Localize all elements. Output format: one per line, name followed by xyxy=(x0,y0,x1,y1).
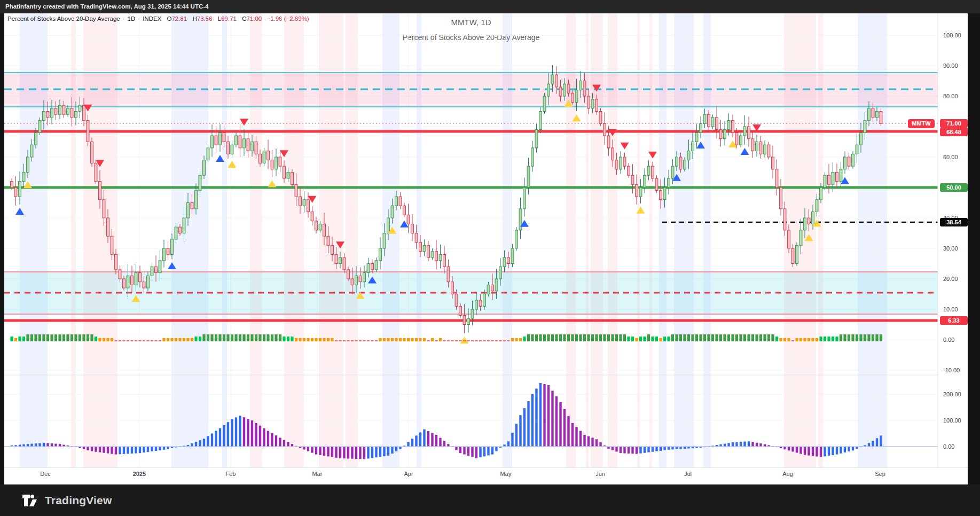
time-axis-label-Dec: Dec xyxy=(34,471,57,477)
price-axis-label: 30.00 xyxy=(943,245,958,252)
time-axis-label-Apr: Apr xyxy=(397,471,420,477)
blue-up-triangle-icon xyxy=(741,148,749,155)
footer-bar: TradingView xyxy=(0,484,980,516)
price-badge-38.54: 38.54 xyxy=(940,218,968,226)
high-label: H xyxy=(192,15,197,22)
red-down-triangle-icon xyxy=(240,119,248,126)
symbol-legend[interactable]: Percent of Stocks Above 20-Day Average·1… xyxy=(7,15,309,22)
tradingview-logo-text[interactable]: TradingView xyxy=(45,494,112,507)
price-axis-label: 100.00 xyxy=(943,32,961,39)
time-axis-label-Aug: Aug xyxy=(776,471,799,477)
price-axis-label: 0.00 xyxy=(943,443,954,450)
price-chart-canvas[interactable] xyxy=(4,13,968,484)
change-value: −1.96 (−2.69%) xyxy=(266,15,309,22)
yellow-up-triangle-icon xyxy=(228,161,237,168)
tradingview-screenshot: Phatinfantry created with TradingView.co… xyxy=(0,0,980,516)
price-axis-label: 0.00 xyxy=(943,336,954,343)
time-axis-label-Feb: Feb xyxy=(219,471,242,477)
time-axis-label-May: May xyxy=(494,471,518,477)
breadth-strip xyxy=(10,334,882,341)
price-badge-6.33: 6.33 xyxy=(940,316,968,325)
symbol-price-pill: MMTW xyxy=(908,119,935,128)
price-axis-label: 90.00 xyxy=(943,62,958,69)
time-axis-label-Mar: Mar xyxy=(305,471,329,477)
price-axis-label: 60.00 xyxy=(943,153,958,161)
time-axis-label-Jul: Jul xyxy=(676,471,700,477)
high-value: 73.56 xyxy=(197,15,213,22)
red-down-triangle-icon xyxy=(621,143,629,150)
attribution-text: Phatinfantry created with TradingView.co… xyxy=(5,3,208,10)
open-value: 72.81 xyxy=(171,15,187,22)
price-axis-label: -10.00 xyxy=(943,366,960,374)
attribution-bar: Phatinfantry created with TradingView.co… xyxy=(0,0,980,13)
price-badge-50.00: 50.00 xyxy=(940,183,968,192)
legend-title: Percent of Stocks Above 20-Day Average xyxy=(7,15,120,22)
price-axis-label: 10.00 xyxy=(943,306,958,313)
legend-interval: 1D xyxy=(128,15,136,22)
price-badge-68.48: 68.48 xyxy=(940,128,968,136)
low-value: 69.71 xyxy=(221,15,237,22)
legend-separator: · xyxy=(123,15,125,22)
price-axis-label: 200.00 xyxy=(943,390,961,398)
chart-area[interactable]: Percent of Stocks Above 20-Day Average·1… xyxy=(4,13,968,484)
yellow-up-triangle-icon xyxy=(460,337,469,343)
price-axis-label: 80.00 xyxy=(943,92,958,100)
yellow-up-triangle-icon xyxy=(268,181,277,187)
legend-type: INDEX xyxy=(143,15,161,22)
price-badge-71.00: 71.00 xyxy=(940,119,968,128)
legend-separator2: · xyxy=(138,15,140,22)
price-axis-label: 20.00 xyxy=(943,275,958,283)
time-axis-label-2025: 2025 xyxy=(128,471,151,477)
time-axis-label-Sep: Sep xyxy=(868,471,892,477)
time-axis-label-Jun: Jun xyxy=(589,471,612,477)
price-axis-label: 100.00 xyxy=(943,417,961,424)
tradingview-logo-icon[interactable] xyxy=(21,493,40,508)
close-value: 71.00 xyxy=(246,15,262,22)
